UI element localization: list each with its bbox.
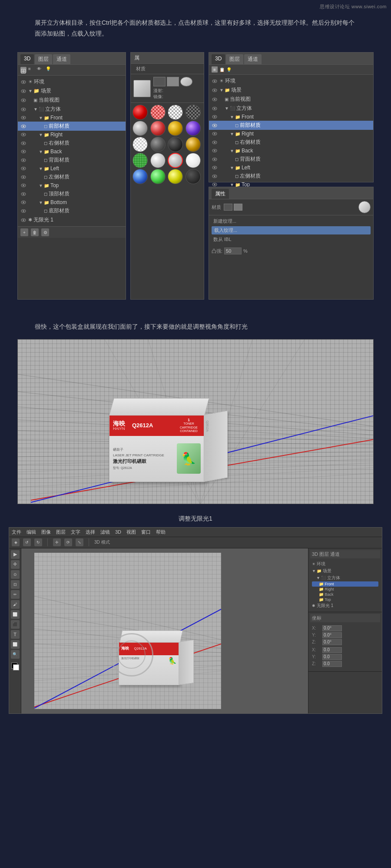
menu-filter[interactable]: 滤镜	[100, 529, 110, 535]
toolbar-list-icon[interactable]: ≡	[28, 66, 35, 73]
ball-gold2[interactable]	[186, 137, 201, 152]
right-tree-view[interactable]: ▣ 当前视图	[209, 95, 373, 104]
ball-red2[interactable]	[150, 121, 166, 136]
right-tree-right-material[interactable]: ◻ 右侧材质	[209, 138, 373, 147]
toolbar-btn-move[interactable]: ✛	[53, 538, 61, 546]
tab-channels-left[interactable]: 通道	[53, 54, 70, 64]
right-tree-front[interactable]: ▼ 📁 Front	[209, 113, 373, 121]
props-percent-input[interactable]	[224, 248, 242, 254]
tree-item-top[interactable]: ▼ 📁 Top	[18, 182, 126, 189]
tool-zoom[interactable]: 🔍	[11, 650, 20, 659]
tree-item-front-material[interactable]: ◻ 前部材质	[18, 122, 126, 131]
xyz-input-y[interactable]	[322, 632, 342, 638]
bottom-btn-3[interactable]: ⚙	[41, 228, 49, 236]
menu-type[interactable]: 文字	[71, 529, 80, 535]
toolbar-btn-3[interactable]: ↻	[34, 538, 42, 546]
ps-tree-front2[interactable]: 📁 Front	[312, 581, 378, 587]
toolbar-grid-icon[interactable]: ⊞	[20, 67, 27, 73]
ps-tree-env[interactable]: ☀ 环境	[312, 561, 378, 568]
props-box-2[interactable]	[234, 204, 242, 211]
btn-load-texture[interactable]: 载入纹理...	[212, 226, 371, 234]
toolbar-btn-1[interactable]: ◈	[12, 538, 20, 546]
menu-window[interactable]: 窗口	[141, 529, 151, 535]
right-tree-cube[interactable]: ▼ ⬛ 立方体	[209, 104, 373, 113]
menu-select[interactable]: 选择	[86, 529, 95, 535]
tree-item-left[interactable]: ▼ 📁 Left	[18, 165, 126, 172]
tree-item-bottom[interactable]: ▼ 📁 Bottom	[18, 198, 126, 206]
menu-file[interactable]: 文件	[12, 529, 21, 535]
tool-lasso[interactable]: ⊙	[11, 570, 20, 579]
ball-purple[interactable]	[186, 121, 201, 136]
xyz-input-pz[interactable]	[322, 661, 342, 667]
menu-edit[interactable]: 编辑	[27, 529, 36, 535]
ball-green2[interactable]	[150, 169, 166, 184]
right-tree-back[interactable]: ▼ 📁 Back	[209, 147, 373, 155]
tree-item-left-material[interactable]: ◻ 左侧材质	[18, 172, 126, 182]
xyz-input-py[interactable]	[322, 654, 342, 660]
toolbar-btn-scale[interactable]: ⤡	[76, 538, 83, 546]
tool-move[interactable]: ✛	[11, 560, 20, 569]
right-toolbar-icon-1[interactable]: ≡	[212, 66, 218, 73]
ps-tree-cube2[interactable]: ▼ ⬛ 立方体	[312, 574, 378, 581]
tool-eyedrop[interactable]: ✏	[11, 590, 20, 599]
ball-checker-white[interactable]	[168, 105, 183, 120]
tree-item-right[interactable]: ▼ 📁 Right	[18, 131, 126, 139]
ball-dark2[interactable]	[186, 169, 201, 184]
right-tree-environment[interactable]: ☀ 环境	[209, 76, 373, 86]
tree-item-back[interactable]: ▼ 📁 Back	[18, 148, 126, 155]
toolbar-btn-rotate[interactable]: ⟳	[64, 538, 72, 546]
menu-image[interactable]: 图像	[41, 529, 51, 535]
ps-tree-scene2[interactable]: ▼ 📁 场景	[312, 568, 378, 574]
toolbar-eye-icon[interactable]: 👁	[37, 66, 44, 73]
material-box-1[interactable]	[153, 77, 166, 86]
menu-3d[interactable]: 3D	[115, 529, 121, 535]
right-tree-back-material[interactable]: ◻ 背面材质	[209, 155, 373, 164]
tree-item-front[interactable]: ▼ 📁 Front	[18, 114, 126, 122]
toolbar-bulb-icon[interactable]: 💡	[46, 66, 53, 73]
btn-new-texture[interactable]: 新建纹理...	[212, 217, 371, 225]
xyz-input-px[interactable]	[322, 647, 342, 653]
tool-eraser[interactable]: ⬜	[11, 610, 20, 619]
tool-brush[interactable]: 🖌	[11, 600, 20, 609]
tool-shape[interactable]: ⬜	[11, 640, 20, 649]
ps-tree-right2[interactable]: 📁 Right	[312, 587, 378, 592]
tree-item-cube[interactable]: ▼ ⬛ 立方体	[18, 105, 126, 114]
tree-item-right-material[interactable]: ◻ 右侧材质	[18, 139, 126, 148]
ball-green-spotted[interactable]	[133, 153, 148, 168]
tree-item-bottom-material[interactable]: ◻ 底部材质	[18, 206, 126, 215]
bottom-btn-1[interactable]: +	[20, 228, 28, 236]
color-foreground[interactable]	[11, 663, 19, 670]
tab-channels-right[interactable]: 通道	[244, 54, 262, 64]
right-tree-right[interactable]: ▼ 📁 Right	[209, 130, 373, 138]
right-tree-scene[interactable]: ▼ 📁 场景	[209, 86, 373, 95]
ps-tree-light2[interactable]: ✱ 无限光 1	[312, 602, 378, 609]
tree-item-infinite-light[interactable]: ✱ 无限光 1	[18, 215, 126, 224]
ball-yellow[interactable]	[168, 169, 183, 184]
ball-gold[interactable]	[168, 121, 183, 136]
tool-text[interactable]: T	[11, 630, 20, 639]
material-box-2[interactable]	[167, 77, 179, 86]
right-tree-left-material[interactable]: ◻ 左侧材质	[209, 172, 373, 181]
props-box-1[interactable]	[224, 204, 232, 211]
tab-3d-left[interactable]: 3D	[20, 54, 34, 64]
ball-blue2[interactable]	[133, 169, 148, 184]
tab-layers-right[interactable]: 图层	[226, 54, 243, 64]
toolbar-btn-2[interactable]: ↺	[23, 538, 31, 546]
right-tree-front-material[interactable]: ◻ 前部材质	[209, 121, 373, 130]
tab-3d-right[interactable]: 3D	[212, 54, 225, 64]
tree-item-back-material[interactable]: ◻ 背面材质	[18, 155, 126, 165]
right-tree-left[interactable]: ▼ 📁 Left	[209, 164, 373, 172]
tab-layers-left[interactable]: 图层	[35, 54, 52, 64]
ps-tree-back2[interactable]: 📁 Back	[312, 592, 378, 597]
tool-select[interactable]: ▶	[11, 550, 20, 559]
ps-tree-top2[interactable]: 📁 Top	[312, 597, 378, 602]
menu-layer[interactable]: 图层	[56, 529, 66, 535]
material-ball-preview[interactable]	[180, 77, 192, 86]
bottom-btn-2[interactable]: 🗑	[31, 228, 39, 236]
ball-highlighted[interactable]	[168, 153, 183, 168]
menu-help[interactable]: 帮助	[156, 529, 166, 535]
tree-item-environment[interactable]: ☀ 环境	[18, 77, 126, 86]
ball-white2[interactable]	[186, 153, 201, 168]
xyz-input-z[interactable]	[322, 639, 342, 645]
right-toolbar-icon-2[interactable]: 📋	[219, 67, 225, 72]
